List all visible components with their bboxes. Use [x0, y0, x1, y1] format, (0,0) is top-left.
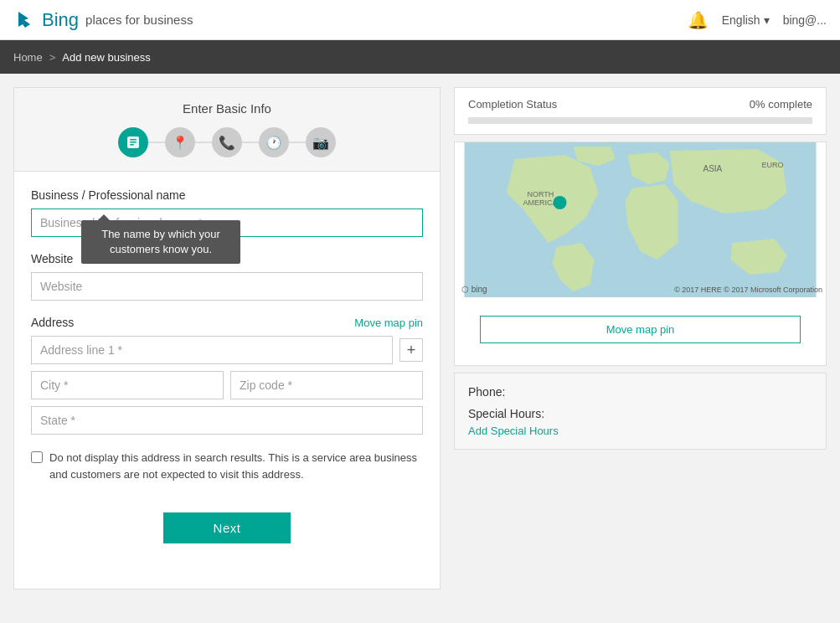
right-panel: Completion Status 0% complete: [454, 87, 827, 590]
bell-icon[interactable]: 🔔: [688, 10, 709, 30]
map-attribution: © 2017 HERE © 2017 Microsoft Corporation: [674, 286, 822, 294]
business-name-input[interactable]: [31, 209, 423, 237]
svg-text:ASIA: ASIA: [703, 164, 723, 173]
zip-input[interactable]: [230, 371, 423, 399]
language-selector[interactable]: English ▾: [722, 13, 770, 27]
step-1-icon: [126, 135, 141, 150]
business-name-label: Business / Professional name: [31, 188, 423, 202]
address-label: Address: [31, 316, 74, 329]
breadcrumb: Home > Add new business: [0, 40, 840, 74]
breadcrumb-current: Add new business: [62, 51, 151, 64]
completion-status-section: Completion Status 0% complete: [454, 87, 827, 135]
step-3-circle[interactable]: 📞: [212, 127, 242, 157]
user-email: bing@...: [783, 13, 827, 27]
step-indicators: 📍 📞 🕐 📷: [28, 127, 426, 157]
address-header: Address Move map pin: [31, 316, 423, 329]
form-area: Business / Professional name The name by…: [14, 172, 440, 499]
svg-point-9: [554, 196, 567, 209]
completion-label: Completion Status: [468, 98, 557, 111]
next-button[interactable]: Next: [163, 512, 291, 543]
svg-rect-1: [130, 139, 137, 141]
header-subtitle: places for business: [85, 13, 193, 27]
step-3-icon: 📞: [219, 135, 235, 151]
map-image: ASIA NORTH AMERICA EURO: [455, 142, 826, 297]
breadcrumb-home[interactable]: Home: [13, 51, 43, 64]
move-map-pin-link-form[interactable]: Move map pin: [354, 317, 423, 329]
map-section: ASIA NORTH AMERICA EURO ⬡ bing © 2017 HE…: [454, 142, 827, 366]
chevron-down-icon: ▾: [764, 13, 770, 27]
step-2-icon: 📍: [172, 135, 188, 151]
language-label: English: [722, 13, 760, 27]
step-5-circle[interactable]: 📷: [306, 127, 336, 157]
main-content: Enter Basic Info 📍: [0, 74, 840, 603]
step-2-circle[interactable]: 📍: [165, 127, 195, 157]
address-group: Address Move map pin +: [31, 316, 423, 435]
business-name-group: Business / Professional name The name by…: [31, 188, 423, 237]
svg-text:EURO: EURO: [762, 161, 784, 169]
service-area-checkbox[interactable]: [31, 451, 43, 463]
step-4-circle[interactable]: 🕐: [259, 127, 289, 157]
website-input[interactable]: [31, 272, 423, 301]
map-canvas: ASIA NORTH AMERICA EURO ⬡ bing © 2017 HE…: [455, 142, 826, 297]
bing-logo: Bing: [13, 8, 79, 32]
progress-bar-track: [468, 117, 812, 124]
address-line-1-input[interactable]: [31, 336, 393, 364]
website-group: Website: [31, 252, 423, 301]
step-4-icon: 🕐: [265, 135, 282, 151]
phone-label: Phone:: [468, 385, 812, 399]
svg-text:NORTH: NORTH: [528, 190, 554, 198]
app-header: Bing places for business 🔔 English ▾ bin…: [0, 0, 840, 40]
completion-header: Completion Status 0% complete: [468, 98, 812, 111]
website-label: Website: [31, 252, 423, 265]
header-right: 🔔 English ▾ bing@...: [688, 10, 827, 30]
move-map-pin-button[interactable]: Move map pin: [480, 316, 801, 343]
city-zip-row: [31, 371, 423, 399]
service-area-checkbox-row: Do not display this address in search re…: [31, 450, 423, 482]
panel-header: Enter Basic Info 📍: [14, 88, 440, 172]
info-section: Phone: Special Hours: Add Special Hours: [454, 373, 827, 450]
state-input[interactable]: [31, 406, 423, 435]
panel-title: Enter Basic Info: [28, 101, 426, 116]
svg-text:AMERICA: AMERICA: [523, 198, 558, 207]
step-1-circle[interactable]: [118, 127, 148, 157]
map-bing-logo: ⬡ bing: [461, 284, 487, 294]
add-special-hours-link[interactable]: Add Special Hours: [468, 425, 559, 437]
completion-pct: 0% complete: [750, 98, 812, 111]
address-line-1-row: +: [31, 336, 423, 364]
service-area-label: Do not display this address in search re…: [49, 450, 423, 482]
breadcrumb-separator: >: [49, 51, 56, 64]
bing-logo-icon: [13, 8, 37, 32]
form-footer: Next: [14, 499, 440, 557]
svg-rect-2: [130, 142, 137, 143]
special-hours-label: Special Hours:: [468, 407, 812, 420]
map-footer: Move map pin: [455, 297, 826, 365]
svg-rect-3: [130, 144, 134, 146]
add-address-line-button[interactable]: +: [399, 338, 423, 362]
left-panel: Enter Basic Info 📍: [13, 87, 441, 590]
header-left: Bing places for business: [13, 8, 193, 32]
city-input[interactable]: [31, 371, 224, 399]
bing-logo-text: Bing: [42, 9, 79, 31]
step-5-icon: 📷: [312, 135, 329, 151]
